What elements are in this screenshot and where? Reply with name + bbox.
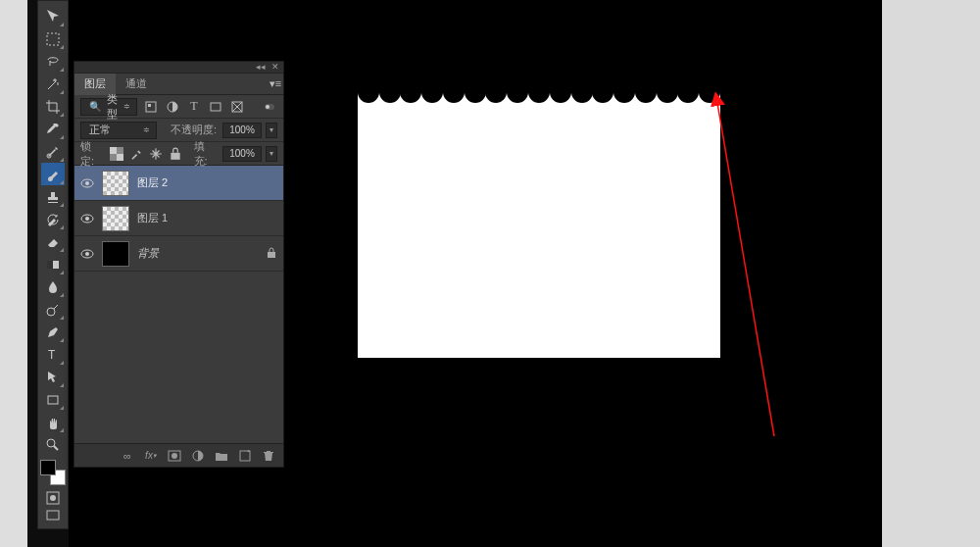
svg-rect-6: [48, 396, 58, 404]
zoom-tool[interactable]: [41, 433, 65, 456]
marquee-tool[interactable]: [41, 27, 65, 50]
panel-close-icon[interactable]: ✕: [271, 63, 279, 72]
visibility-toggle[interactable]: [80, 176, 94, 190]
lock-position-icon[interactable]: [149, 146, 163, 162]
eraser-tool[interactable]: [41, 230, 65, 253]
svg-text:T: T: [48, 348, 56, 362]
lock-label: 锁定:: [80, 139, 104, 169]
eyedropper-tool[interactable]: [41, 118, 65, 140]
gradient-tool[interactable]: [41, 253, 65, 275]
stamp-tool[interactable]: [41, 185, 65, 208]
layer-filter-label: 类型: [107, 92, 118, 122]
layer-thumbnail[interactable]: [102, 206, 129, 231]
layer-thumbnail[interactable]: [102, 241, 129, 267]
artwork-canvas[interactable]: // placeholder; dots generated after dat…: [358, 93, 720, 358]
rectangle-tool[interactable]: [41, 388, 65, 411]
opacity-value[interactable]: 100%: [222, 123, 262, 138]
svg-point-4: [47, 308, 55, 316]
brush-tool[interactable]: [41, 163, 65, 185]
visibility-toggle[interactable]: [80, 247, 94, 261]
lock-fill-row: 锁定: 填充: 100% ▾: [74, 142, 283, 166]
svg-rect-22: [171, 152, 179, 159]
lock-icon: [266, 247, 277, 261]
adjustment-layer-icon[interactable]: [191, 448, 205, 464]
link-layers-icon[interactable]: ∞: [121, 448, 134, 464]
panel-tabs: 图层 通道 ▾≡: [74, 74, 283, 95]
svg-rect-15: [211, 103, 220, 111]
layers-list: 图层 2图层 1背景: [74, 166, 283, 272]
svg-point-26: [85, 217, 89, 221]
blur-tool[interactable]: [41, 275, 65, 298]
type-tool[interactable]: T: [41, 343, 65, 366]
svg-rect-0: [47, 33, 59, 45]
svg-rect-20: [110, 147, 117, 154]
svg-rect-29: [268, 252, 275, 258]
lock-all-icon[interactable]: [169, 146, 182, 162]
blend-mode-value: 正常: [89, 123, 111, 137]
scalloped-edge: // placeholder; dots generated after dat…: [358, 92, 720, 114]
filter-type-icon[interactable]: T: [186, 99, 202, 115]
screen-mode-toggle[interactable]: [41, 507, 65, 524]
layer-name[interactable]: 背景: [137, 246, 258, 261]
delete-layer-icon[interactable]: [262, 448, 275, 464]
pen-tool[interactable]: [41, 321, 65, 343]
layer-row[interactable]: 背景: [74, 236, 283, 272]
fill-value[interactable]: 100%: [222, 146, 262, 162]
layer-filter-type[interactable]: 🔍 类型 ≑: [80, 98, 137, 116]
panel-menu-icon[interactable]: ▾≡: [268, 76, 283, 92]
svg-point-24: [85, 181, 89, 185]
svg-rect-3: [47, 261, 53, 269]
left-document-strip: [0, 0, 27, 547]
filter-shape-icon[interactable]: [208, 99, 223, 115]
opacity-label: 不透明度:: [171, 123, 217, 137]
layer-row[interactable]: 图层 2: [74, 166, 283, 201]
layer-mask-icon[interactable]: [168, 448, 181, 464]
foreground-color-swatch[interactable]: [40, 460, 56, 475]
filter-toggle[interactable]: [262, 99, 277, 115]
svg-rect-13: [148, 104, 151, 107]
layer-row[interactable]: 图层 1: [74, 201, 283, 236]
layer-group-icon[interactable]: [215, 448, 228, 464]
move-tool[interactable]: [41, 5, 65, 27]
layers-panel: ◂◂ ✕ 图层 通道 ▾≡ 🔍 类型 ≑ T 正常 ≑ 不透明度: 100% ▾: [74, 61, 284, 468]
layer-fx-icon[interactable]: fx▾: [144, 448, 158, 464]
right-document-strip: [882, 0, 980, 547]
svg-rect-10: [47, 511, 59, 520]
magic-wand-tool[interactable]: [41, 73, 65, 95]
svg-rect-21: [117, 154, 123, 161]
svg-point-18: [266, 105, 270, 109]
color-swatches[interactable]: [40, 460, 66, 485]
layer-name[interactable]: 图层 2: [137, 175, 277, 190]
filter-smart-icon[interactable]: [229, 99, 245, 115]
filter-pixel-icon[interactable]: [143, 99, 159, 115]
layer-name[interactable]: 图层 1: [137, 211, 277, 225]
panel-collapse-icon[interactable]: ◂◂: [256, 63, 266, 72]
svg-line-11: [717, 103, 774, 436]
opacity-dropdown[interactable]: ▾: [266, 123, 277, 138]
quick-mask-toggle[interactable]: [41, 489, 65, 507]
path-select-tool[interactable]: [41, 366, 65, 388]
lasso-tool[interactable]: [41, 50, 65, 73]
svg-point-31: [172, 453, 177, 459]
healing-brush-tool[interactable]: [41, 140, 65, 163]
history-brush-tool[interactable]: [41, 208, 65, 230]
panel-controls: ◂◂ ✕: [74, 62, 283, 74]
lock-image-icon[interactable]: [129, 146, 143, 162]
blend-mode-select[interactable]: 正常 ≑: [80, 122, 157, 139]
crop-tool[interactable]: [41, 95, 65, 118]
layers-panel-footer: ∞ fx▾: [74, 443, 283, 467]
svg-point-7: [47, 439, 55, 447]
dodge-tool[interactable]: [41, 298, 65, 321]
filter-adjust-icon[interactable]: [165, 99, 180, 115]
tab-channels[interactable]: 通道: [116, 74, 157, 95]
new-layer-icon[interactable]: [238, 448, 252, 464]
layer-thumbnail[interactable]: [102, 171, 129, 196]
visibility-toggle[interactable]: [80, 212, 94, 225]
lock-transparent-icon[interactable]: [110, 146, 123, 162]
layers-empty-area[interactable]: [74, 272, 283, 443]
blend-opacity-row: 正常 ≑ 不透明度: 100% ▾: [74, 119, 283, 142]
hand-tool[interactable]: [41, 411, 65, 433]
layer-filter-row: 🔍 类型 ≑ T: [74, 95, 283, 119]
svg-point-9: [50, 495, 56, 501]
fill-dropdown[interactable]: ▾: [266, 146, 277, 162]
